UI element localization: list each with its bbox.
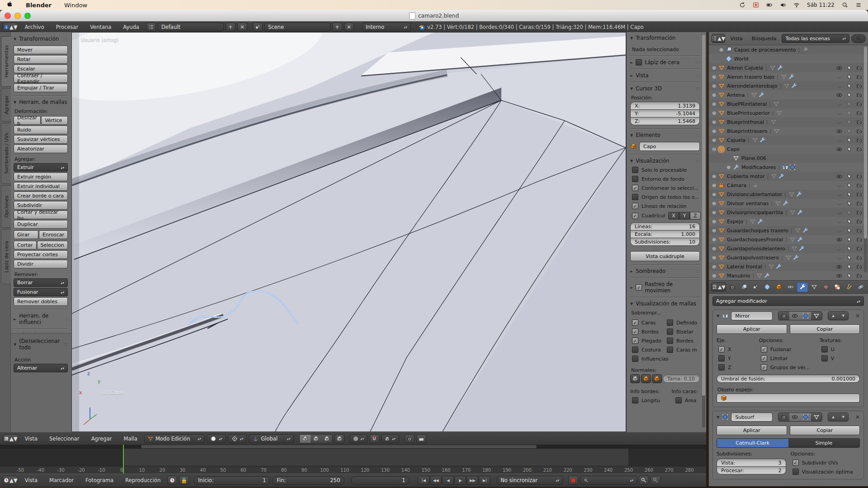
mirror-delete-button[interactable]: ✕ bbox=[855, 313, 860, 319]
editor-type-3dview-button[interactable]: ▲▼ bbox=[3, 434, 18, 443]
outliner-row[interactable]: ⊕ Divisioncubiertamotor | bbox=[709, 190, 868, 199]
expand-icon[interactable]: ⊕ bbox=[711, 92, 717, 98]
outliner-search-button[interactable] bbox=[851, 34, 866, 43]
outliner-item-toggles[interactable] bbox=[836, 146, 862, 152]
outliner-row[interactable]: ⊕ Capas de procesamiento | bbox=[709, 45, 868, 54]
outliner-row[interactable]: ⊕ Antena | bbox=[709, 90, 868, 99]
delete-keyframe-button[interactable] bbox=[651, 476, 660, 485]
mirror-z-checkbox[interactable] bbox=[718, 364, 725, 371]
viewport-3d[interactable]: Usuario (ortog) z y x (1) Capo bbox=[71, 32, 626, 432]
outliner-item-toggles[interactable] bbox=[836, 210, 862, 216]
outliner-item-label[interactable]: Plane.006 bbox=[741, 155, 766, 161]
aleatorizar-button[interactable]: Aleatorizar bbox=[14, 145, 68, 153]
panel-elemento[interactable]: ▼Elemento::::: bbox=[630, 132, 700, 138]
screen-layout-icon[interactable] bbox=[146, 23, 156, 32]
expand-icon[interactable]: ⊕ bbox=[711, 119, 717, 125]
minimize-window-button[interactable] bbox=[14, 13, 21, 19]
menu-archivo[interactable]: Archivo bbox=[20, 24, 49, 30]
spotlight-icon[interactable] bbox=[842, 2, 848, 8]
frame-end-field[interactable]: Fin:250 bbox=[272, 476, 344, 485]
expand-icon[interactable]: ⊕ bbox=[711, 192, 717, 197]
bevel-checkbox[interactable] bbox=[667, 328, 673, 335]
panel-vista[interactable]: ►Vista::::: bbox=[630, 72, 700, 79]
all-origins-checkbox[interactable] bbox=[632, 194, 638, 200]
outliner-item-label[interactable]: BluePrintsuperior bbox=[727, 110, 770, 116]
face-select-mode-button[interactable] bbox=[321, 435, 332, 443]
tab-world[interactable] bbox=[762, 282, 773, 292]
vertex-select-mode-button[interactable] bbox=[300, 435, 311, 443]
subsurf-move-up-button[interactable]: ▲ bbox=[828, 413, 838, 421]
face-angles-checkbox[interactable] bbox=[667, 347, 673, 353]
tl-menu-marcador[interactable]: Marcador bbox=[44, 477, 79, 483]
expand-icon[interactable]: ⊕ bbox=[711, 110, 717, 116]
expand-icon[interactable]: ⊕ bbox=[711, 183, 717, 188]
sharp-checkbox[interactable] bbox=[667, 338, 673, 344]
window-titlebar[interactable]: camaro2.blend bbox=[0, 10, 868, 22]
outliner-item-label[interactable]: Aleron Cajuela bbox=[727, 65, 763, 71]
subsurf-editmode-toggle[interactable] bbox=[800, 413, 811, 421]
cortar-button[interactable]: Cortar bbox=[14, 241, 37, 249]
ruido-button[interactable]: Ruido bbox=[14, 126, 68, 134]
grid-axis-x-toggle[interactable]: X bbox=[668, 212, 679, 220]
editor-type-info-button[interactable]: ▲▼ bbox=[3, 23, 18, 32]
expand-icon[interactable]: ⊕ bbox=[711, 83, 717, 89]
outliner-row[interactable]: ⊕ Lateral frontal | bbox=[709, 262, 868, 271]
outliner-item-label[interactable]: Capas de procesamiento bbox=[734, 47, 796, 53]
girar-button[interactable]: Girar bbox=[14, 230, 38, 239]
outliner-item-toggles[interactable] bbox=[836, 192, 862, 197]
outliner-row[interactable]: ⊕ Divisor ventanas | bbox=[709, 199, 868, 208]
cursor-z-field[interactable]: Z:1.5468 bbox=[630, 117, 700, 125]
outliner-item-label[interactable]: Divisioncubiertamotor bbox=[727, 192, 782, 197]
expand-icon[interactable]: ⊕ bbox=[711, 273, 717, 279]
next-keyframe-button[interactable]: ▶▶ bbox=[467, 476, 478, 485]
expand-icon[interactable]: ⊕ bbox=[711, 137, 717, 143]
outliner-row[interactable]: ⊕ Blueprintfronal | bbox=[709, 117, 868, 127]
expand-icon[interactable]: ⊕ bbox=[711, 101, 717, 107]
subsurf-name-field[interactable]: Subsurf bbox=[731, 413, 773, 422]
tab-material[interactable] bbox=[821, 282, 831, 292]
window-menu[interactable]: Window bbox=[58, 2, 94, 9]
fusionar-dropdown[interactable]: Fusionar▲▼ bbox=[14, 288, 68, 296]
expand-icon[interactable]: ⊕ bbox=[711, 246, 717, 252]
enroscar-button[interactable]: Enroscar bbox=[39, 230, 68, 239]
outliner-item-label[interactable]: Aleron trasero bajo bbox=[727, 74, 774, 80]
deslizar-borde-button[interactable]: Deslizar b bbox=[14, 116, 41, 125]
opengl-render-anim-button[interactable] bbox=[416, 434, 426, 443]
tab-particles[interactable] bbox=[844, 282, 854, 292]
face-area-checkbox[interactable] bbox=[675, 397, 682, 404]
mirror-apply-button[interactable]: Aplicar bbox=[717, 324, 787, 334]
subsurf-cage-toggle[interactable] bbox=[811, 413, 822, 421]
outliner-row[interactable]: ⊕ Modificadores | bbox=[709, 163, 868, 172]
outliner-item-label[interactable]: Cajuela bbox=[727, 137, 745, 143]
mirror-expand-icon[interactable]: ▼ bbox=[717, 314, 719, 318]
outliner-row[interactable]: ⊕ Cajuela | bbox=[709, 136, 868, 145]
panel-transformacion[interactable]: ▼Transformación::::: bbox=[14, 36, 68, 42]
grease-pencil-checkbox[interactable] bbox=[636, 59, 642, 66]
split-normals-toggle[interactable] bbox=[641, 374, 651, 383]
subsurf-move-down-button[interactable]: ▼ bbox=[838, 413, 848, 421]
tab-texture[interactable] bbox=[832, 282, 843, 292]
creases-checkbox[interactable]: ✓ bbox=[632, 338, 638, 344]
outliner-row[interactable]: ⊕ Manubrio | bbox=[709, 271, 868, 280]
pivot-point-select[interactable]: ▲▼ bbox=[228, 434, 247, 443]
panel-herram-influencia[interactable]: ►Herram. de influenci::: bbox=[14, 313, 68, 325]
mirror-x-checkbox[interactable]: ✓ bbox=[718, 346, 725, 352]
outliner-item-toggles[interactable] bbox=[836, 83, 862, 89]
outliner-row[interactable]: ⊕ Cubierta motor | bbox=[709, 172, 868, 181]
screen-record-icon[interactable] bbox=[753, 2, 759, 8]
panel-lapiz-cera[interactable]: ►Lápiz de cera::::: bbox=[630, 59, 700, 66]
dividir-button[interactable]: Dividir bbox=[14, 260, 68, 268]
outliner-item-toggles[interactable] bbox=[836, 183, 862, 188]
mirror-editmode-toggle[interactable] bbox=[800, 312, 811, 320]
subsurf-expand-icon[interactable]: ▼ bbox=[717, 415, 719, 419]
outliner-item-label[interactable]: Espejo bbox=[727, 219, 743, 225]
catmull-clark-toggle[interactable]: Catmull-Clark bbox=[717, 439, 788, 447]
mirror-vgroups-checkbox[interactable]: ✓ bbox=[761, 364, 767, 371]
subsurf-delete-button[interactable]: ✕ bbox=[855, 414, 860, 420]
outliner-item-toggles[interactable] bbox=[836, 228, 862, 234]
subsurf-copy-button[interactable]: Copiar bbox=[790, 426, 860, 435]
outliner-item-label[interactable]: Guardapolvostrasero bbox=[727, 255, 779, 261]
play-button[interactable]: ▶ bbox=[454, 476, 466, 485]
outliner-item-toggles[interactable] bbox=[836, 128, 862, 134]
transform-orientation-select[interactable]: Global▲▼ bbox=[249, 434, 294, 443]
